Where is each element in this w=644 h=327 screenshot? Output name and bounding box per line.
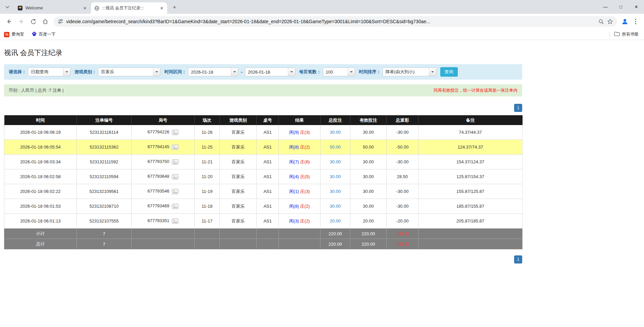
tab-search-chevron-icon[interactable]: [3, 2, 12, 12]
total-bet-link[interactable]: 30.00: [330, 204, 341, 209]
column-header: 注单编号: [77, 116, 132, 125]
footer-empty-cell: [132, 229, 195, 239]
tab-betrecord[interactable]: :::视讯 会员下注纪录::: ✕: [91, 2, 167, 14]
cell-time: 2026-01-18 06:01:53: [4, 199, 77, 214]
tab-close-icon[interactable]: ✕: [159, 5, 164, 11]
cell-round: 677793648: [132, 169, 195, 184]
round-result-image-icon[interactable]: [172, 218, 179, 224]
chevron-down-icon: [153, 68, 160, 76]
date-start-input[interactable]: 2026-01-18: [188, 68, 238, 76]
column-header: 场次: [195, 116, 220, 125]
cell-note: 205.87/185.87: [418, 214, 523, 229]
address-bar[interactable]: videoie.com/game/betrecord_search/kind3?…: [54, 16, 617, 27]
info-bar: 币别 : 人民币 | 总共 :7 注单 | 同局有效投注，统一计算在该局第一张注…: [4, 84, 522, 96]
result-banker: 庄(3): [300, 189, 310, 194]
total-bet-link[interactable]: 20.00: [330, 218, 341, 223]
cell-total-bet: 30.00: [320, 169, 350, 184]
browser-toolbar: videoie.com/game/betrecord_search/kind3?…: [0, 14, 644, 29]
date-range-label: 时间区间：: [164, 69, 186, 75]
round-result-image-icon[interactable]: [172, 130, 179, 135]
cell-bet-id: 523132108710: [77, 199, 132, 214]
bookmark-baidu[interactable]: 百度一下: [32, 31, 56, 38]
cell-table-number: AS1: [257, 184, 279, 199]
result-banker: 庄(5): [300, 174, 310, 179]
chevron-down-icon: [348, 68, 355, 76]
footer-empty-cell: [220, 239, 257, 249]
page-number-button[interactable]: 1: [514, 255, 522, 263]
window-minimize-button[interactable]: —: [598, 0, 613, 14]
round-result-image-icon[interactable]: [172, 145, 179, 150]
cell-time: 2026-01-18 06:02:58: [4, 169, 77, 184]
page-number-button[interactable]: 1: [514, 104, 522, 112]
window-maximize-button[interactable]: □: [613, 0, 629, 14]
tab-strip: Welcome ✕ :::视讯 会员下注纪录::: ✕ + — □ ✕: [0, 0, 644, 14]
cell-result: 闲(8) 庄(2): [279, 140, 320, 155]
all-bookmarks-button[interactable]: 所有书签: [614, 32, 639, 37]
zoom-icon[interactable]: [598, 19, 604, 25]
search-button[interactable]: 查询: [440, 67, 458, 77]
total-bet-link[interactable]: 30.00: [330, 189, 341, 194]
cell-result: 闲(9) 庄(3): [279, 125, 320, 140]
browser-menu-icon[interactable]: [631, 16, 641, 27]
column-header: 有效投注: [350, 116, 387, 125]
url-text[interactable]: videoie.com/game/betrecord_search/kind3?…: [66, 19, 595, 24]
result-player: 闲(3): [289, 218, 299, 223]
total-bet-link[interactable]: 30.00: [330, 174, 341, 179]
cell-valid-bet: 30.00: [350, 155, 387, 169]
home-button[interactable]: [40, 16, 51, 27]
back-button[interactable]: [3, 16, 15, 27]
new-tab-button[interactable]: +: [170, 2, 179, 12]
page-title: 视讯 会员下注纪录: [4, 48, 640, 57]
per-page-select[interactable]: 100: [323, 68, 355, 76]
cell-note: 154.37/124.37: [418, 155, 523, 169]
cell-session: 11-21: [195, 155, 220, 169]
query-type-select[interactable]: 日期查询: [28, 68, 70, 76]
forward-button[interactable]: [15, 16, 27, 27]
pagination-bottom: 1: [4, 255, 522, 263]
column-header: 时间: [4, 116, 77, 125]
time-sort-label: 时间排序：: [359, 69, 381, 75]
bookmark-star-icon[interactable]: [607, 18, 613, 25]
total-bet-link[interactable]: 30.00: [330, 130, 341, 135]
bookmark-taobao[interactable]: 淘 爱淘宝: [4, 32, 24, 37]
game-kind-select[interactable]: 百家乐: [98, 68, 160, 76]
cell-game-kind: 百家乐: [220, 169, 257, 184]
total-count: 7: [77, 239, 132, 249]
currency-summary-text: 币别 : 人民币 | 总共 :7 注单 |: [9, 87, 64, 93]
cell-time: 2026-01-18 06:02:22: [4, 184, 77, 199]
round-result-image-icon[interactable]: [172, 189, 179, 194]
bookmark-label: 爱淘宝: [11, 32, 24, 37]
round-result-image-icon[interactable]: [172, 159, 179, 165]
round-result-image-icon[interactable]: [172, 204, 179, 209]
table-row: 2026-01-18 06:06:19 523132116114 6777942…: [4, 125, 523, 140]
cell-table-number: AS1: [257, 199, 279, 214]
total-bet-link[interactable]: 50.00: [330, 145, 341, 150]
cell-session: 11-20: [195, 169, 220, 184]
date-end-input[interactable]: 2026-01-18: [245, 68, 295, 76]
round-result-image-icon[interactable]: [172, 174, 179, 179]
table-row: 2026-01-18 06:05:54 523132115362 6777941…: [4, 140, 523, 155]
subtotal-row: 小计 7 220.00 220.00 -161.50: [4, 229, 523, 239]
tab-welcome[interactable]: Welcome ✕: [14, 4, 91, 12]
total-valid-bet: 220.00: [350, 239, 387, 249]
window-close-button[interactable]: ✕: [629, 0, 644, 14]
table-row: 2026-01-18 06:01:13 523132107555 6777933…: [4, 214, 523, 229]
result-banker: 庄(3): [300, 130, 310, 135]
column-header: 总派彩: [387, 116, 418, 125]
cell-game-kind: 百家乐: [220, 125, 257, 140]
filter-bar: 请选择： 日期查询 游戏类别： 百家乐 时间区间： 2026-01-18 ~ 2…: [4, 64, 522, 80]
cell-table-number: AS1: [257, 140, 279, 155]
total-bet-link[interactable]: 30.00: [330, 159, 341, 164]
result-player: 闲(4): [289, 174, 299, 179]
cell-game-kind: 百家乐: [220, 199, 257, 214]
site-info-icon[interactable]: [58, 19, 63, 24]
column-header: 桌号: [257, 116, 279, 125]
reload-button[interactable]: [28, 16, 39, 27]
profile-avatar-icon[interactable]: [620, 16, 630, 27]
table-row: 2026-01-18 06:02:58 523132110594 6777936…: [4, 169, 523, 184]
cell-session: 11-26: [195, 125, 220, 140]
cell-game-kind: 百家乐: [220, 155, 257, 169]
tab-close-icon[interactable]: ✕: [82, 5, 88, 11]
time-sort-select[interactable]: 降幂(由大到小): [383, 68, 436, 76]
bookmark-label: 百度一下: [39, 32, 56, 37]
